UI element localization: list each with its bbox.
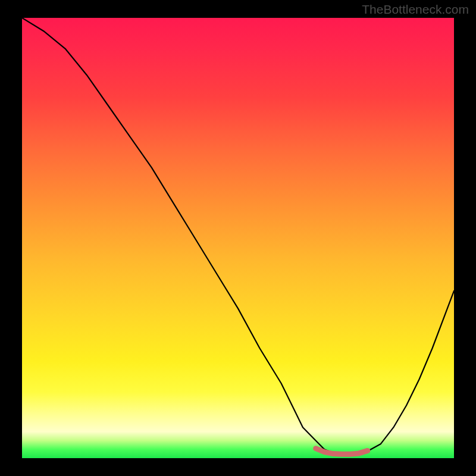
- chart-plot-area: [22, 18, 454, 458]
- optimal-band: [316, 449, 368, 455]
- curve-svg: [22, 18, 454, 458]
- watermark-text: TheBottleneck.com: [362, 2, 469, 17]
- bottleneck-curve: [22, 18, 454, 454]
